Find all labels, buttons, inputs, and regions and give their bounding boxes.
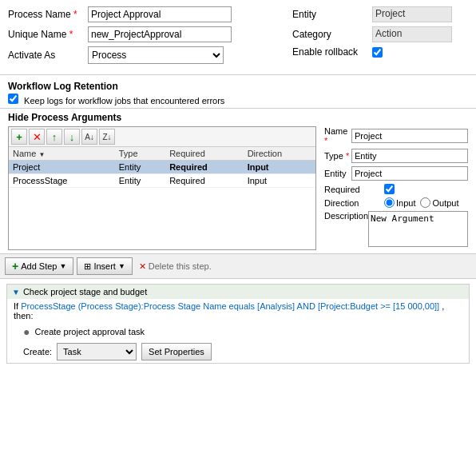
entity-row: Entity Project	[292, 6, 468, 22]
sort-az-button[interactable]: A↓	[81, 129, 97, 145]
set-properties-button[interactable]: Set Properties	[141, 343, 212, 360]
arg-type-input[interactable]	[351, 149, 468, 163]
right-fields: Entity Project Category Action Enable ro…	[292, 6, 468, 68]
category-value: Action	[372, 26, 452, 42]
sort-za-button[interactable]: Z↓	[99, 129, 115, 145]
step-toolbar: + Add Step ▼ ⊞ Insert ▼ ✕ Delete this st…	[0, 254, 476, 279]
col-required-header[interactable]: Required	[165, 147, 244, 161]
left-fields: Process Name * Unique Name * Activate As	[8, 6, 292, 68]
entity-label: Entity	[292, 9, 372, 20]
unique-name-row: Unique Name *	[8, 26, 276, 42]
arg-direction-row: Direction Input Output	[324, 197, 468, 208]
workflow-header: Workflow Log Retention	[8, 81, 468, 92]
direction-output-radio[interactable]	[420, 197, 430, 208]
process-name-label: Process Name *	[8, 9, 88, 20]
arg-description-row: Description New Argument	[324, 211, 468, 247]
insert-arrow: ▼	[118, 262, 125, 270]
arg-name-label: Name *	[324, 126, 351, 145]
arg-entity-label: Entity	[324, 169, 351, 178]
arg-description-textarea[interactable]: New Argument	[368, 211, 468, 247]
insert-button[interactable]: ⊞ Insert ▼	[77, 257, 132, 275]
arg-name-row: Name *	[324, 126, 468, 145]
step-condition: If ProcessStage (Process Stage):Process …	[7, 299, 469, 323]
top-section: Process Name * Unique Name * Activate As	[0, 0, 476, 75]
category-label: Category	[292, 29, 372, 40]
col-direction-header[interactable]: Direction	[244, 147, 315, 161]
main-container: Process Name * Unique Name * Activate As	[0, 0, 476, 450]
step-group-header[interactable]: ▼ Check project stage and budget	[7, 285, 469, 299]
process-name-row: Process Name *	[8, 6, 276, 22]
row-direction: Input	[244, 174, 315, 188]
enable-rollback-row: Enable rollback	[292, 46, 468, 58]
action-bullet: ●	[23, 325, 30, 338]
workflow-steps: ▼ Check project stage and budget If Proc…	[0, 279, 476, 450]
process-name-input[interactable]	[88, 6, 232, 22]
arg-entity-input[interactable]	[351, 166, 468, 181]
row-required: Required	[165, 174, 244, 188]
table-row[interactable]: Project Entity Required Input	[9, 161, 315, 174]
workflow-text: Keep logs for workflow jobs that encount…	[8, 94, 468, 106]
arguments-section: Hide Process Arguments + ✕ ↑ ↓	[0, 109, 476, 254]
arguments-detail: Name * Type * Entity R	[324, 126, 468, 250]
row-direction: Input	[244, 161, 315, 174]
step-action: ● Create project approval task	[7, 323, 469, 340]
direction-input-radio[interactable]	[384, 197, 395, 208]
row-name: Project	[9, 161, 115, 174]
row-name: ProcessStage	[9, 174, 115, 188]
row-type: Entity	[115, 174, 165, 188]
workflow-section: Workflow Log Retention Keep logs for wor…	[0, 75, 476, 109]
arguments-toolbar: + ✕ ↑ ↓ A↓ Z↓	[9, 127, 315, 147]
arguments-header: Hide Process Arguments	[8, 112, 468, 123]
arg-direction-label: Direction	[324, 198, 384, 208]
row-required: Required	[165, 161, 244, 174]
arguments-body: + ✕ ↑ ↓ A↓ Z↓	[8, 126, 468, 250]
step-group: ▼ Check project stage and budget If Proc…	[6, 284, 470, 364]
direction-input-option[interactable]: Input	[384, 197, 415, 208]
row-type: Entity	[115, 161, 165, 174]
arg-name-input[interactable]	[351, 129, 468, 143]
arguments-table: Name ▼ Type Required Direction Project E…	[9, 147, 315, 188]
arg-type-label: Type *	[324, 151, 351, 161]
delete-step-button[interactable]: ✕ Delete this step.	[139, 261, 212, 272]
table-row[interactable]: ProcessStage Entity Required Input	[9, 174, 315, 188]
add-step-button[interactable]: + Add Step ▼	[5, 257, 73, 275]
col-name-header[interactable]: Name ▼	[9, 147, 115, 161]
category-row: Category Action	[292, 26, 468, 42]
arg-required-label: Required	[324, 185, 384, 194]
col-type-header[interactable]: Type	[115, 147, 165, 161]
activate-as-wrapper: Process	[88, 46, 224, 64]
enable-rollback-checkbox[interactable]	[372, 47, 383, 58]
condition-link[interactable]: ProcessStage (Process Stage):Process Sta…	[21, 301, 439, 311]
workflow-log-checkbox[interactable]	[8, 94, 18, 104]
create-select[interactable]: Task	[57, 343, 137, 360]
add-arg-button[interactable]: +	[11, 129, 27, 145]
unique-name-label: Unique Name *	[8, 29, 88, 40]
activate-as-label: Activate As	[8, 50, 88, 61]
insert-icon: ⊞	[84, 261, 91, 272]
activate-as-select[interactable]: Process	[88, 46, 224, 64]
activate-as-row: Activate As Process	[8, 46, 276, 64]
direction-output-option[interactable]: Output	[420, 197, 458, 208]
arg-entity-row: Entity	[324, 166, 468, 181]
unique-name-input[interactable]	[88, 26, 232, 42]
direction-options: Input Output	[384, 197, 459, 208]
delete-x-icon: ✕	[139, 261, 146, 272]
add-step-icon: +	[12, 260, 18, 273]
arguments-table-container: + ✕ ↑ ↓ A↓ Z↓	[8, 126, 316, 250]
arg-required-checkbox[interactable]	[384, 184, 395, 194]
create-row: Create: Task Set Properties	[7, 340, 469, 363]
arg-type-row: Type *	[324, 149, 468, 163]
delete-arg-button[interactable]: ✕	[29, 129, 45, 145]
move-down-button[interactable]: ↓	[64, 129, 80, 145]
entity-value: Project	[372, 6, 452, 22]
move-up-button[interactable]: ↑	[46, 129, 62, 145]
arg-required-row: Required	[324, 184, 468, 194]
add-step-arrow: ▼	[59, 262, 66, 270]
collapse-icon: ▼	[12, 288, 20, 297]
bottom-section: + Add Step ▼ ⊞ Insert ▼ ✕ Delete this st…	[0, 254, 476, 450]
enable-rollback-label: Enable rollback	[292, 46, 372, 58]
arg-description-label: Description	[324, 211, 368, 221]
